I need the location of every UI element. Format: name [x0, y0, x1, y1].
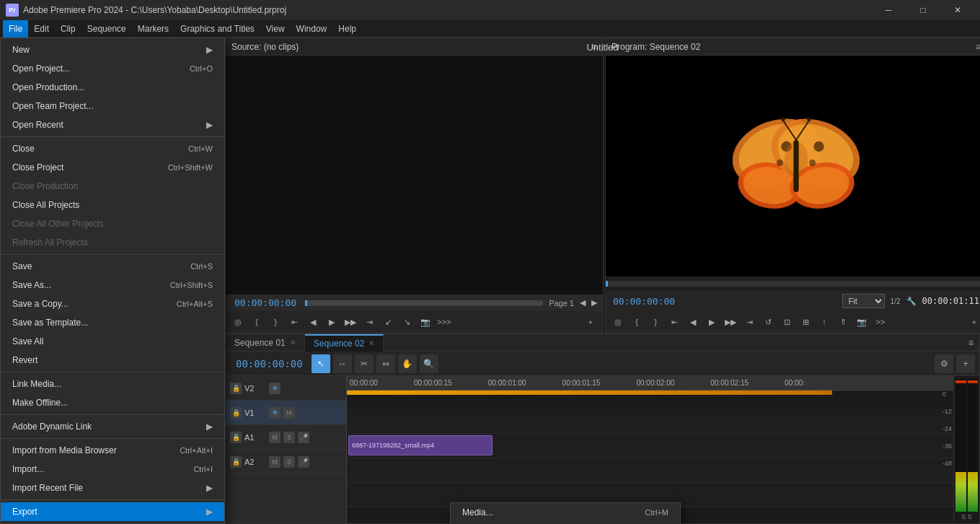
file-menu-import[interactable]: Import... Ctrl+I: [1, 460, 224, 479]
track-v1-mute[interactable]: M: [283, 407, 295, 419]
program-loop[interactable]: ↺: [760, 314, 776, 330]
file-menu-make-offline[interactable]: Make Offline...: [1, 393, 224, 412]
program-timeline-scrubber[interactable]: [606, 276, 980, 291]
source-more-controls[interactable]: >>>: [436, 314, 452, 330]
file-menu-close-project[interactable]: Close Project Ctrl+Shift+W: [1, 158, 224, 177]
file-menu-import-recent[interactable]: Import Recent File ▶: [1, 479, 224, 497]
source-step-back[interactable]: ◀: [305, 314, 321, 330]
track-v1-visibility[interactable]: 👁: [269, 407, 281, 419]
timeline-tab-sequence02[interactable]: Sequence 02 ✕: [305, 334, 384, 351]
menu-edit[interactable]: Edit: [28, 20, 55, 38]
file-menu-export[interactable]: Export ▶: [1, 502, 224, 521]
source-add-marker[interactable]: ◎: [230, 314, 246, 330]
file-menu-revert[interactable]: Revert: [1, 351, 224, 370]
track-a1-mic[interactable]: 🎤: [298, 432, 309, 443]
source-insert[interactable]: ↙: [380, 314, 396, 330]
video-clip-v1[interactable]: 6887-197198282_small.mp4: [348, 435, 493, 455]
tool-select[interactable]: ↖: [312, 354, 330, 373]
track-a1-mute[interactable]: M: [269, 432, 281, 443]
close-button[interactable]: ✕: [941, 0, 974, 20]
program-export-frame[interactable]: 📷: [854, 314, 870, 330]
program-safe-margin[interactable]: ⊡: [779, 314, 795, 330]
file-menu-close-all[interactable]: Close All Projects: [1, 196, 224, 214]
tool-zoom[interactable]: 🔍: [420, 354, 438, 373]
maximize-button[interactable]: □: [906, 0, 940, 20]
timeline-tab1-close[interactable]: ✕: [290, 339, 296, 346]
file-menu-dynamic-link[interactable]: Adobe Dynamic Link ▶: [1, 417, 224, 436]
file-menu-save-as[interactable]: Save As... Ctrl+Shift+S: [1, 276, 224, 294]
tool-hand[interactable]: ✋: [398, 354, 417, 373]
file-menu-new[interactable]: New ▶: [1, 40, 224, 59]
menu-sequence[interactable]: Sequence: [81, 20, 132, 38]
timeline-add-track[interactable]: +: [956, 354, 975, 373]
menu-file[interactable]: File: [3, 20, 28, 38]
program-go-out[interactable]: ⇥: [741, 314, 757, 330]
source-in-point[interactable]: {: [249, 314, 265, 330]
fit-dropdown[interactable]: Fit 25% 50% 100%: [842, 294, 885, 308]
tool-slip[interactable]: ⇔: [376, 354, 395, 373]
timeline-menu-button[interactable]: ≡: [968, 338, 974, 348]
program-add-button[interactable]: +: [966, 314, 980, 330]
timeline-tab2-close[interactable]: ✕: [368, 339, 374, 347]
file-menu-link-media[interactable]: Link Media...: [1, 375, 224, 393]
source-nav-prev[interactable]: ◀: [580, 298, 586, 307]
file-menu-open-recent[interactable]: Open Recent ▶: [1, 115, 224, 134]
program-in-point[interactable]: {: [629, 314, 645, 330]
minimize-button[interactable]: ─: [872, 0, 905, 20]
program-step-back[interactable]: ◀: [685, 314, 701, 330]
file-menu-save-all[interactable]: Save All: [1, 332, 224, 351]
program-marker[interactable]: ◎: [610, 314, 626, 330]
track-a1-solo[interactable]: S: [283, 432, 295, 443]
file-menu-close[interactable]: Close Ctrl+W: [1, 139, 224, 158]
tool-razor[interactable]: ✂: [355, 354, 374, 373]
program-more-controls[interactable]: >>: [873, 314, 888, 330]
source-add-button[interactable]: +: [583, 314, 599, 330]
source-go-in[interactable]: ⇤: [286, 314, 302, 330]
track-a2-mute[interactable]: M: [269, 456, 281, 468]
source-progress-bar[interactable]: [305, 300, 543, 306]
source-nav-next[interactable]: ▶: [591, 298, 597, 307]
timeline-settings[interactable]: ⚙: [935, 354, 953, 373]
program-lift[interactable]: ↑: [816, 314, 832, 330]
file-menu-open-project[interactable]: Open Project... Ctrl+O: [1, 59, 224, 78]
track-a2-lock[interactable]: 🔒: [230, 456, 242, 468]
menu-help[interactable]: Help: [332, 20, 362, 38]
program-extract[interactable]: ⇑: [835, 314, 851, 330]
program-go-in[interactable]: ⇤: [666, 314, 682, 330]
timeline-tab-sequence01[interactable]: Sequence 01 ✕: [226, 334, 305, 351]
file-menu-open-production[interactable]: Open Production...: [1, 78, 224, 97]
track-v2-visibility[interactable]: 👁: [269, 383, 281, 394]
program-monitor-menu-button[interactable]: ≡: [976, 42, 980, 52]
tool-ripple[interactable]: ↔: [333, 354, 352, 373]
program-step-forward[interactable]: ▶▶: [723, 314, 738, 330]
menu-view[interactable]: View: [260, 20, 291, 38]
program-insert-edit[interactable]: ⊞: [798, 314, 813, 330]
export-media[interactable]: Media... Ctrl+M: [451, 503, 680, 522]
track-a1-lock[interactable]: 🔒: [230, 432, 242, 443]
source-out-point[interactable]: }: [268, 314, 283, 330]
menu-window[interactable]: Window: [291, 20, 333, 38]
source-monitor-menu-button[interactable]: ≡: [592, 42, 597, 52]
track-v1-lock[interactable]: 🔒: [230, 407, 242, 419]
timeline-work-area-bar[interactable]: [347, 390, 832, 395]
menu-markers[interactable]: Markers: [132, 20, 175, 38]
source-overwrite[interactable]: ↘: [399, 314, 415, 330]
program-out-point[interactable]: }: [648, 314, 663, 330]
program-play-pause[interactable]: ▶: [704, 314, 720, 330]
source-monitor-transport: ◎ { } ⇤ ◀ ▶ ▶▶ ⇥ ↙ ↘ 📷 >>> +: [226, 311, 603, 333]
menu-clip[interactable]: Clip: [55, 20, 81, 38]
menu-graphics[interactable]: Graphics and Titles: [175, 20, 260, 38]
file-menu-open-team[interactable]: Open Team Project...: [1, 97, 224, 115]
track-a2-mic[interactable]: 🎤: [298, 456, 309, 468]
source-go-out[interactable]: ⇥: [361, 314, 377, 330]
source-step-forward[interactable]: ▶▶: [343, 314, 358, 330]
track-a2-solo[interactable]: S: [283, 456, 295, 468]
file-menu-save-template[interactable]: Save as Template...: [1, 313, 224, 332]
source-export-frame[interactable]: 📷: [418, 314, 433, 330]
file-menu-save[interactable]: Save Ctrl+S: [1, 257, 224, 276]
file-menu-import-browser[interactable]: Import from Media Browser Ctrl+Alt+I: [1, 441, 224, 460]
program-wrench-icon[interactable]: 🔧: [906, 297, 917, 306]
track-v2-lock[interactable]: 🔒: [230, 383, 242, 394]
source-play[interactable]: ▶: [324, 314, 340, 330]
file-menu-save-copy[interactable]: Save a Copy... Ctrl+Alt+S: [1, 294, 224, 313]
